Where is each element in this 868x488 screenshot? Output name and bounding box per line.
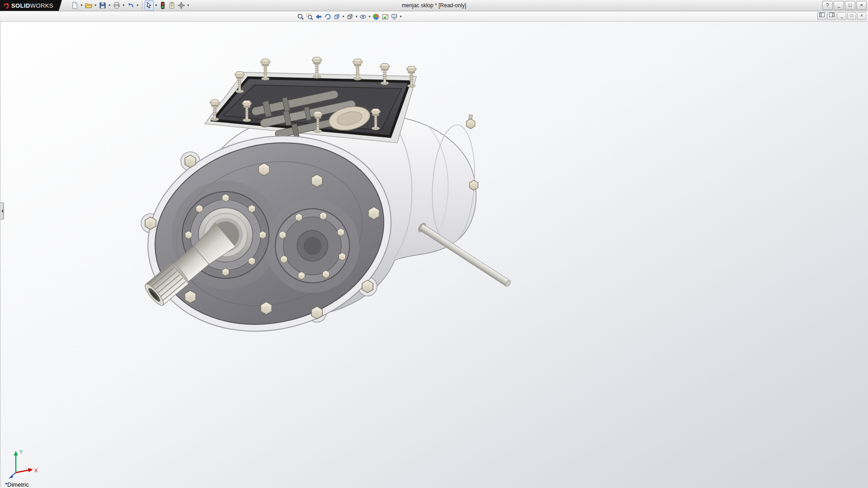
eye-icon [359,13,367,20]
logo-notch [59,0,62,11]
view-orientation-dropdown-arrow[interactable]: ▾ [341,12,345,21]
gear-icon [178,2,185,9]
options-dropdown-arrow[interactable]: ▾ [186,1,190,10]
view-settings-monitor-icon [391,13,398,20]
select-cursor-icon [146,2,153,9]
drain-plug-icon [467,119,475,129]
hide-show-dropdown-arrow[interactable]: ▾ [368,12,372,21]
brand-bold: SOLID [11,2,30,9]
display-style-cube-icon [346,13,354,20]
main-toolbar: ▾ ▾ ▾ [70,0,190,10]
save-floppy-icon [99,2,106,9]
graphics-area[interactable]: Y X *Dimetric [0,22,868,488]
open-dropdown-arrow[interactable]: ▾ [94,1,98,10]
reference-triad: Y X [6,446,42,481]
view-toolbar-row: ▾ ▾ ▾ [0,11,868,22]
panel-splitter-handle[interactable] [0,202,4,220]
select-button[interactable] [145,0,154,10]
y-axis-label: Y [19,449,23,455]
solidworks-logo-icon [3,2,9,9]
apply-scene-button[interactable] [381,12,390,22]
new-dropdown-arrow[interactable]: ▾ [80,1,84,10]
title-bar: SOLIDWORKS ▾ ▾ [0,0,868,11]
minimize-document-button[interactable]: _ [837,12,846,20]
window-controls: ? _ □ × [822,1,867,10]
print-button[interactable] [112,0,121,10]
feature-properties-button[interactable] [167,0,176,10]
view-orientation-name: *Dimetric [5,481,29,488]
status-light-button[interactable] [159,0,167,10]
options-button[interactable] [177,0,186,10]
save-dropdown-arrow[interactable]: ▾ [108,1,112,10]
restore-document-button[interactable]: □ [847,12,856,20]
maximize-button[interactable]: □ [845,1,855,10]
previous-view-icon [315,13,322,20]
document-window-controls: _ □ × [817,12,866,20]
clipboard-icon [168,2,175,9]
close-document-button[interactable]: × [857,12,866,20]
toolbar-separator [142,1,142,9]
hide-show-items-button[interactable] [359,12,368,22]
gearbox-model [0,22,868,488]
select-dropdown-arrow[interactable]: ▾ [154,1,158,10]
app-logo: SOLIDWORKS [0,0,59,11]
undo-arrow-icon [127,2,134,9]
pane-right-button[interactable] [827,12,836,20]
printer-icon [113,2,120,9]
scene-image-icon [382,13,389,20]
help-button[interactable]: ? [822,1,833,10]
status-light-icon [160,2,165,9]
side-plug-icon [470,180,478,190]
print-dropdown-arrow[interactable]: ▾ [122,1,126,10]
app-brand: SOLIDWORKS [11,2,53,9]
display-style-button[interactable] [345,12,354,22]
view-toolbar: ▾ ▾ ▾ [296,12,403,22]
minimize-button[interactable]: _ [834,1,844,10]
solidworks-window: SOLIDWORKS ▾ ▾ [0,0,868,488]
display-style-dropdown-arrow[interactable]: ▾ [354,12,359,21]
previous-view-button[interactable] [314,12,323,22]
save-button[interactable] [98,0,107,10]
open-button[interactable] [84,0,93,10]
zoom-to-area-button[interactable] [305,12,314,22]
zoom-to-area-icon [306,13,313,20]
pane-left-button[interactable] [817,12,826,20]
open-folder-icon [85,2,92,9]
new-document-icon [71,2,78,9]
appearance-ball-icon [373,13,380,20]
pane-left-icon [819,13,825,17]
x-axis-label: X [34,468,38,473]
view-settings-dropdown-arrow[interactable]: ▾ [399,12,403,21]
undo-dropdown-arrow[interactable]: ▾ [136,1,140,10]
view-settings-button[interactable] [390,12,399,22]
zoom-to-fit-icon [297,13,304,20]
close-button[interactable]: × [856,1,867,10]
undo-button[interactable] [126,0,135,10]
rotate-view-button[interactable] [323,12,332,22]
edit-appearance-button[interactable] [372,12,381,22]
pane-right-icon [829,13,835,17]
splitter-arrow-icon [1,209,3,213]
right-hub [275,209,349,283]
zoom-to-fit-button[interactable] [296,12,305,22]
rotate-view-icon [324,13,331,20]
view-orientation-cube-icon [333,13,340,20]
new-button[interactable] [70,0,79,10]
brand-light: WORKS [30,2,53,9]
view-orientation-button[interactable] [332,12,341,22]
